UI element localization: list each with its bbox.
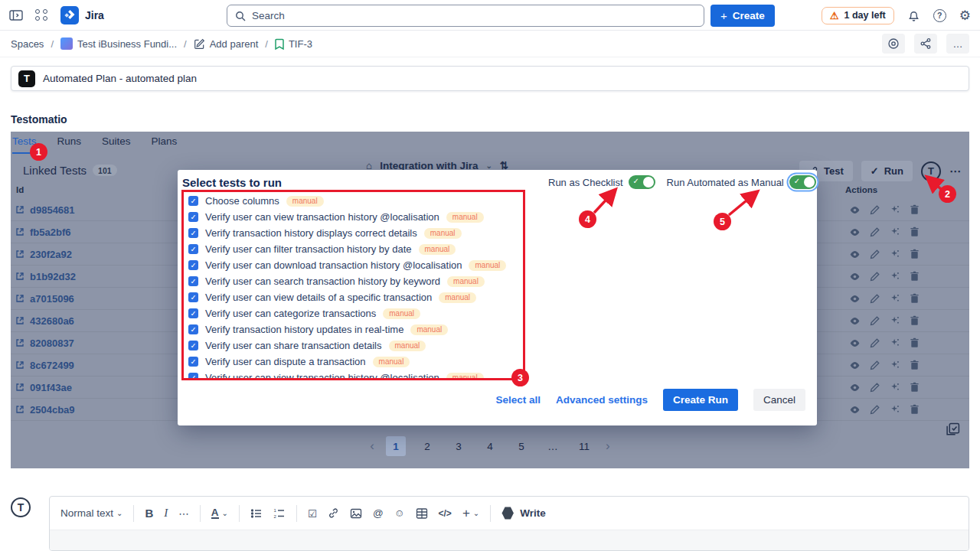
collapse-sidebar-icon[interactable]	[9, 9, 23, 21]
tab-plans[interactable]: Plans	[152, 135, 178, 154]
tab-suites[interactable]: Suites	[102, 135, 131, 154]
delete-icon[interactable]	[909, 204, 920, 215]
test-id-link[interactable]: fb5a2bf6	[11, 227, 70, 238]
delete-icon[interactable]	[909, 360, 920, 370]
numbered-list-icon[interactable]: 12	[273, 507, 286, 520]
test-checkbox[interactable]: ✓	[188, 324, 198, 334]
page-4[interactable]: 4	[480, 436, 500, 456]
multi-select-icon[interactable]	[946, 422, 960, 436]
test-checkbox[interactable]: ✓	[188, 244, 198, 254]
view-icon[interactable]	[849, 404, 861, 416]
view-icon[interactable]	[849, 204, 861, 216]
test-checkbox[interactable]: ✓	[188, 357, 198, 367]
view-icon[interactable]	[849, 271, 861, 282]
test-id-link[interactable]: 8c672499	[11, 360, 74, 371]
select-all-link[interactable]: Select all	[495, 394, 541, 406]
ai-sparkle-icon[interactable]	[889, 271, 900, 282]
test-checkbox[interactable]: ✓	[188, 276, 198, 286]
test-checkbox[interactable]: ✓	[188, 373, 198, 380]
test-checkbox[interactable]: ✓	[188, 228, 198, 238]
cancel-button[interactable]: Cancel	[753, 389, 805, 411]
more-actions-icon[interactable]: …	[946, 34, 969, 54]
delete-icon[interactable]	[909, 382, 920, 393]
help-icon[interactable]: ?	[933, 9, 946, 22]
next-page-icon[interactable]: ›	[606, 439, 610, 454]
code-icon[interactable]: </>	[439, 508, 452, 519]
view-icon[interactable]	[849, 227, 861, 238]
ai-sparkle-icon[interactable]	[889, 382, 900, 393]
view-icon[interactable]	[849, 249, 861, 260]
table-icon[interactable]	[416, 507, 428, 520]
edit-icon[interactable]	[869, 204, 880, 215]
editor-text-area[interactable]	[50, 530, 969, 551]
widget-more-icon[interactable]: ⋯	[949, 165, 962, 178]
breadcrumb-space-link[interactable]: Test iBusiness Fundi...	[60, 37, 177, 50]
create-run-button[interactable]: Create Run	[663, 389, 738, 411]
delete-icon[interactable]	[909, 315, 920, 326]
view-icon[interactable]	[849, 315, 861, 327]
image-icon[interactable]	[350, 507, 362, 520]
test-checkbox[interactable]: ✓	[188, 196, 198, 206]
edit-icon[interactable]	[869, 337, 880, 348]
notifications-bell-icon[interactable]	[907, 9, 920, 22]
test-id-link[interactable]: a7015096	[11, 293, 74, 305]
ai-sparkle-icon[interactable]	[889, 360, 900, 370]
bold-button[interactable]: B	[145, 507, 153, 520]
test-checkbox[interactable]: ✓	[188, 341, 198, 350]
text-color-button[interactable]: A ⌄	[211, 507, 228, 520]
link-icon[interactable]	[328, 507, 339, 519]
delete-icon[interactable]	[909, 249, 920, 259]
delete-icon[interactable]	[909, 293, 920, 304]
test-id-link[interactable]: 82080837	[11, 337, 74, 349]
test-checkbox[interactable]: ✓	[188, 308, 198, 318]
breadcrumb-page[interactable]: TIF-3	[275, 38, 312, 50]
view-icon[interactable]	[849, 293, 861, 305]
page-5[interactable]: 5	[511, 436, 531, 456]
advanced-settings-link[interactable]: Advanced settings	[556, 394, 648, 406]
create-button[interactable]: + Create	[710, 5, 775, 27]
edit-icon[interactable]	[869, 271, 880, 282]
edit-icon[interactable]	[869, 382, 880, 393]
testomatio-avatar-button[interactable]: T	[921, 161, 941, 181]
delete-icon[interactable]	[909, 227, 920, 237]
delete-icon[interactable]	[909, 404, 920, 415]
delete-icon[interactable]	[909, 271, 920, 282]
emoji-icon[interactable]: ☺	[394, 507, 405, 519]
task-list-icon[interactable]: ☑	[308, 507, 317, 520]
ai-sparkle-icon[interactable]	[889, 315, 900, 326]
test-checkbox[interactable]: ✓	[188, 260, 198, 270]
text-style-dropdown[interactable]: Normal text ⌄	[60, 507, 122, 519]
test-id-link[interactable]: 091f43ae	[11, 382, 72, 393]
test-id-link[interactable]: d9854681	[11, 204, 75, 216]
run-button[interactable]: ✓ Run	[861, 161, 913, 181]
more-formatting-icon[interactable]: ⋯	[178, 507, 189, 520]
view-icon[interactable]	[849, 382, 861, 393]
page-11[interactable]: 11	[574, 436, 594, 456]
italic-button[interactable]: I	[164, 507, 168, 520]
edit-icon[interactable]	[869, 360, 880, 370]
run-as-checklist-toggle[interactable]: ✓	[629, 175, 655, 189]
test-id-link[interactable]: 432680a6	[11, 315, 74, 327]
page-1[interactable]: 1	[386, 436, 406, 456]
search-input[interactable]: Search	[227, 5, 704, 27]
view-icon[interactable]	[849, 360, 861, 371]
tab-runs[interactable]: Runs	[57, 135, 82, 154]
watch-icon[interactable]	[882, 34, 905, 54]
app-switcher-icon[interactable]	[35, 9, 48, 21]
breadcrumb-spaces[interactable]: Spaces	[11, 38, 44, 50]
page-3[interactable]: 3	[449, 436, 469, 456]
ai-sparkle-icon[interactable]	[889, 249, 900, 259]
ai-sparkle-icon[interactable]	[889, 227, 900, 237]
bullet-list-icon[interactable]	[250, 507, 263, 520]
test-id-link[interactable]: 2504cba9	[11, 404, 75, 416]
mention-icon[interactable]: @	[373, 507, 384, 519]
ai-sparkle-icon[interactable]	[889, 404, 900, 415]
test-id-link[interactable]: 230f2a92	[11, 249, 72, 260]
page-2[interactable]: 2	[417, 436, 437, 456]
edit-icon[interactable]	[869, 227, 880, 237]
test-id-link[interactable]: b1b92d32	[11, 271, 76, 282]
breadcrumb-add-parent[interactable]: Add parent	[194, 38, 259, 50]
edit-icon[interactable]	[869, 249, 880, 259]
ai-sparkle-icon[interactable]	[889, 293, 900, 304]
ai-write-button[interactable]: Write	[501, 507, 546, 520]
